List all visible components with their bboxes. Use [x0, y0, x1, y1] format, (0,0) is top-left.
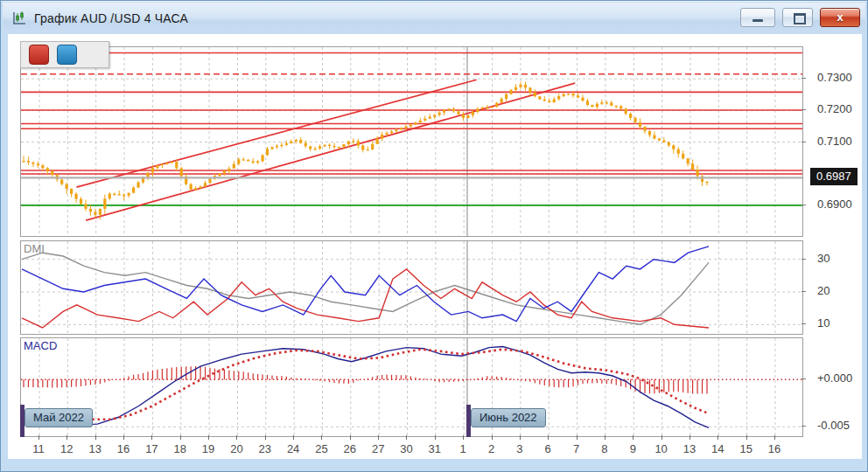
x-axis-day-label: 13 [82, 442, 108, 455]
x-axis-day-label: 20 [223, 442, 249, 455]
dmi-axis-label: 30 [817, 252, 830, 265]
window-title: График AUD /USD 4 ЧАСА [34, 11, 188, 25]
x-axis-day-label: 18 [167, 442, 193, 455]
title-bar[interactable]: График AUD /USD 4 ЧАСА x [3, 3, 865, 34]
x-axis-day-label: 15 [733, 442, 760, 455]
dmi-axis-label: 10 [817, 316, 830, 330]
dmi-panel-label: DMI [24, 242, 45, 255]
dmi-panel[interactable]: DMI [20, 240, 803, 335]
x-axis-day-label: 6 [535, 442, 561, 455]
price-axis-label: 0.6900 [817, 198, 852, 211]
candlestick-chart-icon [11, 10, 27, 26]
candles [22, 81, 708, 219]
x-axis-day-label: 16 [761, 442, 788, 455]
x-axis-day-label: 3 [507, 442, 533, 455]
blue-marker-tool-button[interactable] [57, 45, 77, 65]
x-axis-day-label: 12 [53, 442, 80, 455]
x-axis-day-label: 26 [337, 442, 363, 455]
minimize-button[interactable] [740, 8, 775, 27]
current-price-badge: 0.6987 [810, 168, 858, 185]
x-axis-day-label: 17 [138, 442, 164, 455]
x-axis-day-label: 24 [280, 442, 306, 455]
chart-window: График AUD /USD 4 ЧАСА x DMI MACD 0.6987… [0, 0, 868, 472]
x-axis-day-label: 25 [308, 442, 334, 455]
x-axis-day-label: 11 [25, 442, 52, 455]
price-axis-label: 0.7200 [817, 102, 852, 115]
window-controls: x [740, 8, 860, 27]
chart-content-area: DMI MACD 0.6987 0.73000.72000.71000.6900… [8, 34, 862, 459]
x-axis-day-label: 23 [252, 442, 278, 455]
maximize-icon [794, 13, 806, 24]
price-axis-label: 0.7300 [817, 71, 852, 84]
macd-panel[interactable]: MACD [20, 337, 803, 437]
x-axis-day-label: 7 [564, 442, 590, 455]
macd-axis-label: -0.005 [817, 419, 850, 432]
x-axis-day-label: 31 [422, 442, 448, 455]
price-chart-panel[interactable] [20, 46, 803, 237]
x-axis-day-label: 30 [393, 442, 419, 455]
x-axis-day-label: 9 [620, 442, 646, 455]
dmi-axis-label: 20 [817, 284, 830, 297]
x-axis-day-label: 27 [365, 442, 391, 455]
x-axis-day-label: 14 [704, 442, 731, 455]
macd-panel-label: MACD [24, 339, 57, 352]
close-icon: x [821, 10, 859, 24]
x-axis-day-label: 19 [195, 442, 221, 455]
chart-toolbar [20, 41, 109, 68]
x-axis-day-label: 16 [110, 442, 136, 455]
grid-lines [21, 47, 802, 236]
x-axis-day-label: 8 [592, 442, 618, 455]
grid-lines [21, 338, 802, 436]
red-marker-tool-button[interactable] [29, 45, 49, 65]
resistance-lines[interactable] [21, 53, 802, 175]
macd-axis-label: +0.000 [817, 371, 852, 385]
maximize-button[interactable] [782, 8, 813, 27]
x-axis-day-label: 13 [676, 442, 703, 455]
x-axis-day-label: 1 [450, 442, 476, 455]
x-axis-day-label: 10 [648, 442, 675, 455]
x-axis-day-label: 2 [479, 442, 505, 455]
close-button[interactable]: x [820, 8, 860, 27]
minimize-icon [752, 19, 763, 22]
price-axis-label: 0.7100 [817, 135, 852, 148]
